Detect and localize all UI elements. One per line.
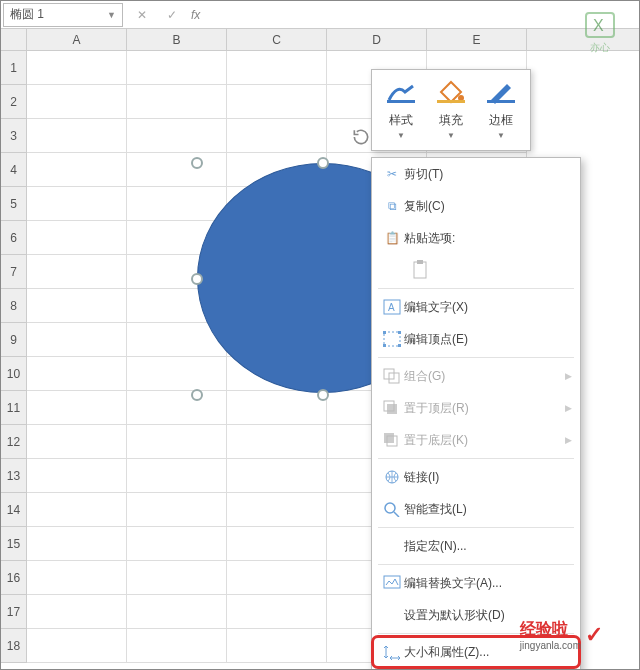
cell[interactable]: [227, 119, 327, 153]
row-header[interactable]: 8: [1, 289, 27, 323]
shape-ellipse-selection[interactable]: [197, 149, 377, 393]
row-header[interactable]: 11: [1, 391, 27, 425]
send-back-icon: [380, 432, 404, 448]
cell[interactable]: [27, 289, 127, 323]
cell[interactable]: [27, 391, 127, 425]
svg-rect-3: [487, 100, 515, 103]
cell[interactable]: [27, 527, 127, 561]
cell[interactable]: [227, 493, 327, 527]
row-header[interactable]: 15: [1, 527, 27, 561]
select-all-corner[interactable]: [1, 29, 27, 51]
cell[interactable]: [127, 493, 227, 527]
cell[interactable]: [27, 221, 127, 255]
cell[interactable]: [27, 119, 127, 153]
row-header[interactable]: 9: [1, 323, 27, 357]
name-box[interactable]: 椭圆 1 ▼: [3, 3, 123, 27]
worksheet[interactable]: A B C D E 1 2 3 4 5 6 7 8 9 10 11 12 13 …: [1, 29, 639, 669]
cell[interactable]: [27, 561, 127, 595]
watermark-footer: 经验啦 jingyanla.com ✓: [520, 619, 603, 651]
cell[interactable]: [27, 85, 127, 119]
cell[interactable]: [227, 425, 327, 459]
cell[interactable]: [127, 629, 227, 663]
cell[interactable]: [127, 51, 227, 85]
rotate-handle-icon[interactable]: [351, 127, 371, 147]
cell[interactable]: [227, 459, 327, 493]
row-header[interactable]: 6: [1, 221, 27, 255]
cell[interactable]: [227, 51, 327, 85]
menu-edit-points[interactable]: 编辑顶点(E): [372, 323, 580, 355]
row-header[interactable]: 14: [1, 493, 27, 527]
menu-label: 智能查找(L): [404, 501, 572, 518]
row-header[interactable]: 12: [1, 425, 27, 459]
row-header[interactable]: 5: [1, 187, 27, 221]
cell[interactable]: [227, 629, 327, 663]
row-header[interactable]: 16: [1, 561, 27, 595]
cell[interactable]: [27, 187, 127, 221]
fill-button[interactable]: 填充 ▼: [427, 76, 475, 144]
svg-rect-0: [387, 100, 415, 103]
confirm-icon[interactable]: ✓: [161, 8, 183, 22]
resize-handle[interactable]: [191, 389, 203, 401]
menu-edit-text[interactable]: A 编辑文字(X): [372, 291, 580, 323]
cell[interactable]: [127, 85, 227, 119]
cell[interactable]: [27, 51, 127, 85]
row-header[interactable]: 13: [1, 459, 27, 493]
edit-points-icon: [380, 331, 404, 347]
row-header[interactable]: 7: [1, 255, 27, 289]
cell[interactable]: [227, 391, 327, 425]
row-header[interactable]: 2: [1, 85, 27, 119]
cell[interactable]: [27, 153, 127, 187]
cell[interactable]: [127, 561, 227, 595]
cell[interactable]: [127, 595, 227, 629]
cell[interactable]: [27, 595, 127, 629]
column-header[interactable]: B: [127, 29, 227, 50]
border-button[interactable]: 边框 ▼: [477, 76, 525, 144]
cell[interactable]: [127, 391, 227, 425]
cell[interactable]: [227, 85, 327, 119]
cell[interactable]: [27, 323, 127, 357]
menu-alt-text[interactable]: 编辑替换文字(A)...: [372, 567, 580, 599]
menu-cut[interactable]: ✂ 剪切(T): [372, 158, 580, 190]
cancel-icon[interactable]: ✕: [131, 8, 153, 22]
cell[interactable]: [27, 255, 127, 289]
fx-label[interactable]: fx: [191, 8, 200, 22]
column-header[interactable]: C: [227, 29, 327, 50]
cell[interactable]: [127, 459, 227, 493]
cell[interactable]: [127, 425, 227, 459]
cell[interactable]: [27, 493, 127, 527]
row-header[interactable]: 4: [1, 153, 27, 187]
cell[interactable]: [27, 425, 127, 459]
menu-copy[interactable]: ⧉ 复制(C): [372, 190, 580, 222]
row-header[interactable]: 3: [1, 119, 27, 153]
resize-handle[interactable]: [191, 157, 203, 169]
chevron-down-icon[interactable]: ▼: [107, 10, 116, 20]
resize-handle[interactable]: [317, 389, 329, 401]
row-header[interactable]: 1: [1, 51, 27, 85]
column-header[interactable]: D: [327, 29, 427, 50]
column-header[interactable]: A: [27, 29, 127, 50]
row-header[interactable]: 17: [1, 595, 27, 629]
cell[interactable]: [27, 459, 127, 493]
style-button[interactable]: 样式 ▼: [377, 76, 425, 144]
menu-assign-macro[interactable]: 指定宏(N)...: [372, 530, 580, 562]
row-header[interactable]: 10: [1, 357, 27, 391]
cell[interactable]: [227, 561, 327, 595]
row-header[interactable]: 18: [1, 629, 27, 663]
cell[interactable]: [27, 357, 127, 391]
style-label: 样式: [389, 112, 413, 129]
menu-smart-lookup[interactable]: 智能查找(L): [372, 493, 580, 525]
menu-label: 复制(C): [404, 198, 572, 215]
formula-input[interactable]: [204, 4, 639, 26]
cell[interactable]: [27, 629, 127, 663]
separator: [378, 458, 574, 459]
resize-handle[interactable]: [317, 157, 329, 169]
column-header[interactable]: E: [427, 29, 527, 50]
cell[interactable]: [127, 119, 227, 153]
menu-link[interactable]: 链接(I): [372, 461, 580, 493]
cell[interactable]: [127, 527, 227, 561]
resize-handle[interactable]: [191, 273, 203, 285]
menu-paste-option-button: [372, 254, 580, 286]
search-icon: [380, 501, 404, 517]
cell[interactable]: [227, 527, 327, 561]
cell[interactable]: [227, 595, 327, 629]
